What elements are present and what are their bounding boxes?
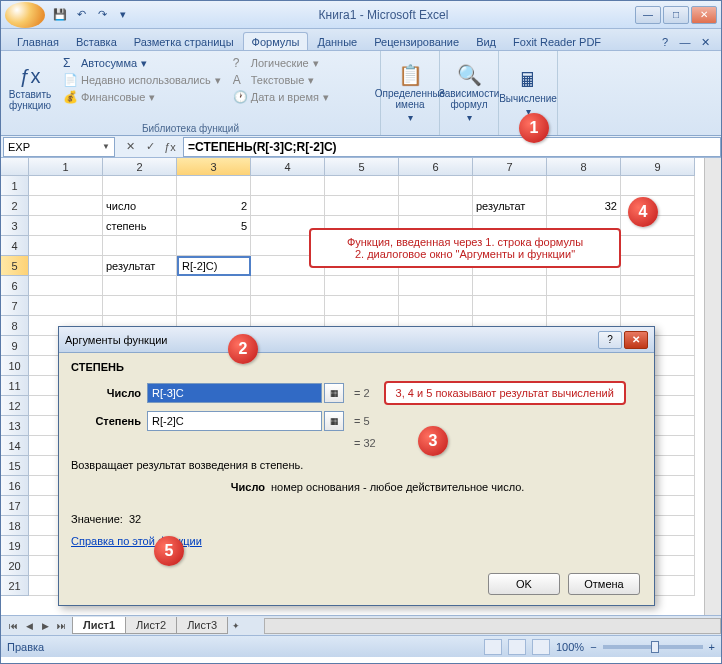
sheet-tab[interactable]: Лист2	[125, 617, 177, 634]
col-header[interactable]: 6	[399, 158, 473, 176]
cell[interactable]	[177, 276, 251, 296]
cell[interactable]	[29, 236, 103, 256]
row-header[interactable]: 7	[1, 296, 29, 316]
row-header[interactable]: 9	[1, 336, 29, 356]
page-break-view-icon[interactable]	[532, 639, 550, 655]
cell[interactable]: R[-2]C)	[177, 256, 251, 276]
col-header[interactable]: 7	[473, 158, 547, 176]
tab-foxit[interactable]: Foxit Reader PDF	[505, 33, 609, 50]
row-header[interactable]: 1	[1, 176, 29, 196]
cell[interactable]: число	[103, 196, 177, 216]
zoom-in-icon[interactable]: +	[709, 641, 715, 653]
close-button[interactable]: ✕	[691, 6, 717, 24]
cell[interactable]	[621, 256, 695, 276]
row-header[interactable]: 21	[1, 576, 29, 596]
horizontal-scrollbar[interactable]	[264, 618, 721, 634]
col-header[interactable]: 3	[177, 158, 251, 176]
cancel-button[interactable]: Отмена	[568, 573, 640, 595]
row-header[interactable]: 11	[1, 376, 29, 396]
zoom-out-icon[interactable]: −	[590, 641, 596, 653]
cancel-edit-icon[interactable]: ✕	[121, 138, 139, 156]
prev-sheet-icon[interactable]: ◀	[21, 618, 37, 634]
cell[interactable]	[399, 176, 473, 196]
formula-input[interactable]: =СТЕПЕНЬ(R[-3]C;R[-2]C)	[183, 137, 721, 157]
financial-button[interactable]: 💰Финансовые ▾	[59, 89, 225, 105]
recent-functions-button[interactable]: 📄Недавно использовались ▾	[59, 72, 225, 88]
fx-button-icon[interactable]: ƒx	[161, 138, 179, 156]
cell[interactable]	[251, 196, 325, 216]
cell[interactable]	[325, 276, 399, 296]
row-header[interactable]: 6	[1, 276, 29, 296]
help-icon[interactable]: ?	[657, 34, 673, 50]
logical-button[interactable]: ?Логические ▾	[229, 55, 333, 71]
autosum-button[interactable]: ΣАвтосумма ▾	[59, 55, 225, 71]
datetime-button[interactable]: 🕐Дата и время ▾	[229, 89, 333, 105]
sheet-tab[interactable]: Лист3	[176, 617, 228, 634]
cell[interactable]	[547, 276, 621, 296]
cell[interactable]	[325, 296, 399, 316]
qat-dropdown-icon[interactable]: ▾	[114, 6, 132, 24]
col-header[interactable]: 8	[547, 158, 621, 176]
cell[interactable]	[547, 176, 621, 196]
undo-icon[interactable]: ↶	[72, 6, 90, 24]
row-header[interactable]: 20	[1, 556, 29, 576]
next-sheet-icon[interactable]: ▶	[37, 618, 53, 634]
cell[interactable]	[103, 296, 177, 316]
cell[interactable]	[29, 256, 103, 276]
dialog-help-button[interactable]: ?	[598, 331, 622, 349]
arg-input-number[interactable]: R[-3]C	[147, 383, 322, 403]
zoom-slider[interactable]	[603, 645, 703, 649]
cell[interactable]: 5	[177, 216, 251, 236]
cell[interactable]	[399, 196, 473, 216]
row-header[interactable]: 2	[1, 196, 29, 216]
cell[interactable]: степень	[103, 216, 177, 236]
name-box-dropdown-icon[interactable]: ▼	[102, 142, 110, 151]
cell[interactable]	[621, 176, 695, 196]
col-header[interactable]: 9	[621, 158, 695, 176]
col-header[interactable]: 2	[103, 158, 177, 176]
tab-insert[interactable]: Вставка	[68, 33, 125, 50]
doc-close-icon[interactable]: ✕	[697, 34, 713, 50]
cell[interactable]	[29, 216, 103, 236]
page-layout-view-icon[interactable]	[508, 639, 526, 655]
office-button[interactable]	[5, 2, 45, 28]
cell[interactable]	[325, 176, 399, 196]
cell[interactable]	[621, 236, 695, 256]
cell[interactable]	[473, 176, 547, 196]
redo-icon[interactable]: ↷	[93, 6, 111, 24]
cell[interactable]	[29, 296, 103, 316]
cell[interactable]	[621, 276, 695, 296]
minimize-button[interactable]: ―	[635, 6, 661, 24]
cell[interactable]	[325, 196, 399, 216]
ribbon-minimize-icon[interactable]: ―	[677, 34, 693, 50]
sheet-tab[interactable]: Лист1	[72, 617, 126, 634]
row-header[interactable]: 3	[1, 216, 29, 236]
tab-page-layout[interactable]: Разметка страницы	[126, 33, 242, 50]
row-header[interactable]: 8	[1, 316, 29, 336]
col-header[interactable]: 4	[251, 158, 325, 176]
dialog-close-button[interactable]: ✕	[624, 331, 648, 349]
defined-names-button[interactable]: 📋Определенные имена ▾	[385, 53, 435, 133]
row-header[interactable]: 18	[1, 516, 29, 536]
col-header[interactable]: 5	[325, 158, 399, 176]
row-header[interactable]: 17	[1, 496, 29, 516]
row-header[interactable]: 5	[1, 256, 29, 276]
cell[interactable]: 2	[177, 196, 251, 216]
cell[interactable]: 32	[547, 196, 621, 216]
formula-auditing-button[interactable]: 🔍Зависимости формул ▾	[444, 53, 494, 133]
cell[interactable]	[251, 276, 325, 296]
first-sheet-icon[interactable]: ⏮	[5, 618, 21, 634]
maximize-button[interactable]: □	[663, 6, 689, 24]
cell[interactable]	[29, 176, 103, 196]
cell[interactable]	[177, 236, 251, 256]
last-sheet-icon[interactable]: ⏭	[53, 618, 69, 634]
zoom-level[interactable]: 100%	[556, 641, 584, 653]
cell[interactable]	[251, 176, 325, 196]
row-header[interactable]: 14	[1, 436, 29, 456]
normal-view-icon[interactable]	[484, 639, 502, 655]
row-header[interactable]: 12	[1, 396, 29, 416]
row-header[interactable]: 15	[1, 456, 29, 476]
row-header[interactable]: 19	[1, 536, 29, 556]
cell[interactable]	[177, 296, 251, 316]
cell[interactable]	[103, 176, 177, 196]
